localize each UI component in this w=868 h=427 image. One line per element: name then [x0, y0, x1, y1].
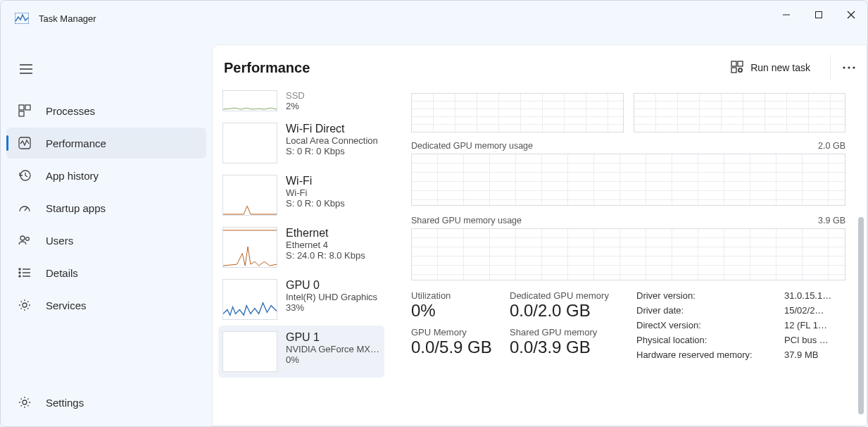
more-options-button[interactable] — [830, 55, 855, 80]
activity-icon — [18, 136, 32, 150]
perf-stat: 33% — [286, 302, 380, 313]
sidebar-item-startup-apps[interactable]: Startup apps — [6, 192, 206, 223]
run-task-label: Run new task — [750, 62, 810, 73]
header-actions: Run new task — [724, 55, 855, 80]
engine-chart-1 — [411, 93, 624, 132]
svg-rect-8 — [19, 105, 24, 110]
perf-list-wrap: SSD 2% Wi-Fi Direct Local Area Connectio… — [213, 90, 390, 426]
svg-point-16 — [19, 268, 20, 270]
perf-sub: Intel(R) UHD Graphics — [286, 292, 380, 302]
perf-item-gpu0[interactable]: GPU 0 Intel(R) UHD Graphics 33% — [218, 273, 384, 326]
dedicated-mem-label: Dedicated GPU memory — [510, 290, 629, 301]
svg-point-15 — [26, 237, 30, 241]
grid-icon — [18, 104, 32, 118]
perf-item-ssd[interactable]: SSD 2% — [218, 90, 384, 117]
run-new-task-button[interactable]: Run new task — [724, 56, 817, 80]
main-body: SSD 2% Wi-Fi Direct Local Area Connectio… — [213, 90, 867, 426]
close-button[interactable] — [835, 1, 867, 29]
perf-item-gpu1[interactable]: GPU 1 NVIDIA GeForce MX… 0% — [218, 326, 384, 378]
svg-rect-25 — [738, 61, 743, 66]
info-k: Hardware reserved memory: — [636, 349, 753, 360]
perf-stat: S: 0 R: 0 Kbps — [286, 146, 380, 156]
page-title: Performance — [224, 60, 310, 76]
stats-grid: Utilization 0% Dedicated GPU memory 0.0/… — [411, 290, 845, 360]
info-v: 12 (FL 1… — [784, 320, 827, 330]
info-v: PCI bus … — [784, 335, 829, 345]
svg-rect-26 — [731, 68, 736, 73]
sidebar-item-settings[interactable]: Settings — [6, 387, 206, 418]
utilization-value: 0% — [411, 301, 503, 321]
nav-label: Performance — [46, 137, 106, 149]
shared-memory-chart — [411, 228, 845, 280]
perf-thumb — [222, 123, 277, 163]
perf-item-ethernet[interactable]: Ethernet Ethernet 4 S: 24.0 R: 8.0 Kbps — [218, 221, 384, 273]
perf-info: Ethernet Ethernet 4 S: 24.0 R: 8.0 Kbps — [286, 227, 380, 268]
perf-name: GPU 1 — [286, 331, 380, 344]
titlebar: Task Manager — [1, 1, 867, 36]
nav-label: Processes — [46, 105, 95, 117]
perf-stat: 2% — [286, 101, 380, 111]
perf-thumb — [222, 279, 277, 320]
utilization-label: Utilization — [411, 290, 503, 301]
perf-list[interactable]: SSD 2% Wi-Fi Direct Local Area Connectio… — [213, 90, 390, 426]
perf-item-wifi[interactable]: Wi-Fi Wi-Fi S: 0 R: 0 Kbps — [218, 169, 384, 221]
small-chart-row — [411, 93, 845, 132]
perf-info: GPU 1 NVIDIA GeForce MX… 0% — [286, 331, 380, 372]
dedicated-memory-section: Dedicated GPU memory usage 2.0 GB — [411, 141, 845, 206]
shared-memory-section: Shared GPU memory usage 3.9 GB — [411, 216, 845, 280]
svg-point-23 — [23, 400, 27, 404]
perf-info: Wi-Fi Wi-Fi S: 0 R: 0 Kbps — [286, 175, 380, 216]
users-icon — [18, 233, 32, 247]
info-k: Driver version: — [636, 290, 696, 301]
info-v: 37.9 MB — [784, 349, 818, 360]
sidebar-item-processes[interactable]: Processes — [6, 95, 206, 126]
maximize-button[interactable] — [803, 1, 835, 29]
svg-rect-10 — [19, 111, 24, 116]
dedicated-memory-chart — [411, 154, 845, 206]
perf-sub: NVIDIA GeForce MX… — [286, 344, 380, 354]
perf-info: SSD 2% — [286, 90, 380, 111]
perf-info: Wi-Fi Direct Local Area Connection S: 0 … — [286, 123, 380, 163]
perf-item-wifi-direct[interactable]: Wi-Fi Direct Local Area Connection S: 0 … — [218, 117, 384, 169]
shared-label: Shared GPU memory usage — [411, 216, 522, 225]
gauge-icon — [18, 201, 32, 215]
run-task-icon — [731, 61, 743, 75]
nav-label: Users — [46, 235, 73, 247]
app-icon — [15, 13, 29, 24]
perf-name: Wi-Fi — [286, 175, 380, 187]
hamburger-button[interactable] — [9, 56, 43, 82]
gpu-detail-panel: Dedicated GPU memory usage 2.0 GB Shared… — [390, 90, 867, 426]
svg-point-32 — [853, 66, 855, 68]
info-v: 15/02/2… — [784, 305, 824, 316]
sidebar-item-users[interactable]: Users — [6, 225, 206, 256]
body: Processes Performance App history Startu… — [1, 36, 867, 426]
dedicated-max: 2.0 GB — [818, 141, 845, 151]
svg-point-31 — [848, 66, 850, 68]
info-k: Driver date: — [636, 305, 684, 316]
sidebar-item-app-history[interactable]: App history — [6, 160, 206, 191]
nav-label: Services — [46, 299, 87, 311]
sidebar-item-services[interactable]: Services — [6, 290, 206, 321]
svg-rect-2 — [816, 12, 822, 18]
perf-sub: Local Area Connection — [286, 135, 380, 146]
gpu-mem-label: GPU Memory — [411, 327, 503, 338]
svg-rect-9 — [25, 105, 30, 110]
app-title: Task Manager — [39, 13, 96, 24]
minimize-button[interactable] — [770, 1, 803, 29]
perf-sub: Ethernet 4 — [286, 240, 380, 250]
dedicated-mem-value: 0.0/2.0 GB — [510, 301, 629, 321]
perf-name: GPU 0 — [286, 279, 380, 292]
history-icon — [18, 168, 32, 182]
nav-label: Startup apps — [46, 202, 106, 214]
info-k: Physical location: — [636, 335, 707, 345]
perf-name: Ethernet — [286, 227, 380, 240]
sidebar-item-performance[interactable]: Performance — [6, 128, 206, 159]
shared-mem-value: 0.0/3.9 GB — [510, 338, 629, 357]
perf-info: GPU 0 Intel(R) UHD Graphics 33% — [286, 279, 380, 320]
detail-scrollbar[interactable] — [858, 217, 864, 414]
list-icon — [18, 266, 32, 280]
perf-stat: S: 24.0 R: 8.0 Kbps — [286, 250, 380, 261]
sidebar-item-details[interactable]: Details — [6, 257, 206, 288]
perf-name: SSD — [286, 90, 380, 101]
info-v: 31.0.15.1… — [784, 290, 831, 301]
